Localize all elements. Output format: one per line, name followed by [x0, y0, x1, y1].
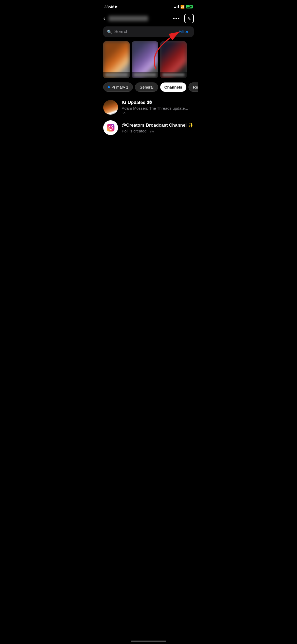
header-right: ••• ✎	[173, 14, 194, 23]
location-icon: ▶	[115, 5, 117, 8]
avatar-creators	[103, 120, 118, 135]
tab-primary-dot	[108, 86, 110, 88]
channel-time-creators: · 2w	[148, 129, 154, 133]
header-title-blurred	[109, 16, 148, 21]
story-thumb-1[interactable]	[103, 41, 130, 78]
instagram-logo-icon	[106, 123, 115, 132]
avatar-ig-updates	[103, 100, 118, 115]
channel-name-ig-updates: IG Updates 👀	[122, 100, 194, 105]
tab-primary[interactable]: Primary 1	[103, 82, 133, 92]
search-icon: 🔍	[107, 29, 112, 34]
channel-list: IG Updates 👀 Adam Mosseri: The Threads u…	[99, 97, 198, 138]
compose-icon: ✎	[187, 16, 191, 21]
search-row: 🔍 Search Filter	[103, 26, 194, 37]
search-placeholder: Search	[114, 29, 129, 34]
search-container: 🔍 Search Filter	[99, 26, 198, 41]
status-time: 23:46 ▶	[104, 4, 117, 9]
tab-general[interactable]: General	[135, 82, 158, 92]
channel-time-ig-updates: · 5h	[122, 107, 190, 115]
more-button[interactable]: •••	[173, 16, 180, 22]
status-icons: 📶 100	[174, 5, 193, 9]
tabs-row: Primary 1 General Channels Requests	[99, 82, 198, 97]
svg-rect-1	[107, 124, 115, 132]
channel-item-ig-updates[interactable]: IG Updates 👀 Adam Mosseri: The Threads u…	[103, 97, 194, 118]
story-thumb-2[interactable]	[132, 41, 158, 78]
status-bar: 23:46 ▶ 📶 100	[99, 0, 198, 12]
header-left: ‹	[103, 15, 148, 22]
tab-requests[interactable]: Requests	[188, 82, 198, 92]
filter-button[interactable]: Filter	[177, 29, 190, 34]
channel-item-creators[interactable]: @Creators Broadcast Channel ✨ Poll is cr…	[103, 118, 194, 138]
tab-general-label: General	[139, 85, 153, 89]
story-thumb-3[interactable]	[160, 41, 187, 78]
back-button[interactable]: ‹	[103, 15, 105, 22]
battery-icon: 100	[186, 5, 193, 8]
channel-preview-creators: Poll is created · 2w	[122, 129, 194, 133]
channel-info-creators: @Creators Broadcast Channel ✨ Poll is cr…	[122, 122, 194, 133]
stories-row	[99, 41, 198, 82]
compose-button[interactable]: ✎	[184, 14, 194, 23]
channel-info-ig-updates: IG Updates 👀 Adam Mosseri: The Threads u…	[122, 100, 194, 115]
tab-channels[interactable]: Channels	[160, 82, 187, 92]
header: ‹ ••• ✎	[99, 12, 198, 26]
tab-channels-label: Channels	[164, 85, 182, 89]
svg-point-4	[112, 125, 113, 126]
tab-primary-label: Primary 1	[111, 85, 128, 89]
signal-icon	[174, 5, 179, 8]
wifi-icon: 📶	[180, 5, 185, 9]
channel-name-creators: @Creators Broadcast Channel ✨	[122, 122, 194, 128]
channel-preview-ig-updates: Adam Mosseri: The Threads update... · 5h	[122, 106, 194, 115]
tab-requests-label: Requests	[193, 85, 198, 89]
time-display: 23:46	[104, 4, 114, 9]
